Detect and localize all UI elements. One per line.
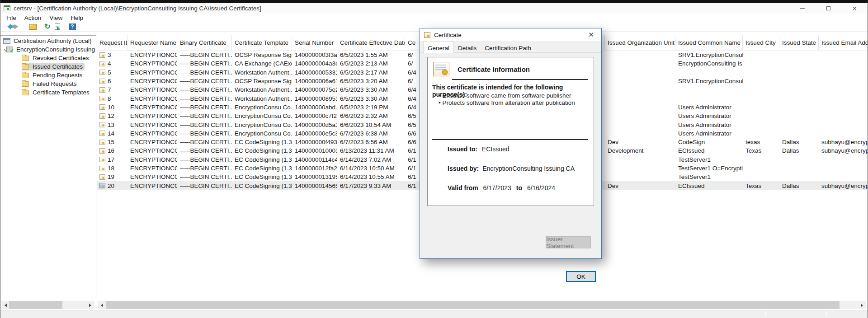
cell-request-id: 6 [97, 77, 127, 85]
tree-horizontal-scrollbar[interactable] [1, 301, 94, 309]
column-header-issued-common-name[interactable]: Issued Common Name [675, 35, 743, 50]
cell-org_unit [605, 173, 675, 181]
cell-serial: 1400000004a3c... [292, 59, 337, 68]
cell-state [779, 164, 819, 173]
tree-item-failed-requests[interactable]: Failed Requests [0, 80, 96, 88]
certificate-icon [99, 183, 105, 188]
certificate-icon [99, 140, 105, 145]
scroll-left-button[interactable] [1, 301, 9, 309]
cell-template: EC CodeSigning (1.3... [232, 146, 292, 155]
cell-requester: ENCRYPTIONCO... [127, 146, 177, 155]
cell-request-id: 12 [97, 112, 127, 120]
cell-effective: 6/5/2023 1:55 AM [337, 51, 405, 59]
cell-binary: -----BEGIN CERTI... [177, 138, 232, 146]
back-button[interactable] [3, 23, 13, 31]
tab-general[interactable]: General [423, 41, 454, 53]
column-header-serial-number[interactable]: Serial Number [292, 35, 337, 50]
cell-serial: 1400000005331... [292, 68, 337, 77]
cell-state [779, 68, 819, 77]
cell-requester: ENCRYPTIONCO... [127, 120, 177, 129]
tab-details[interactable]: Details [454, 42, 481, 53]
column-header-request-id[interactable]: Request ID [97, 35, 127, 50]
cell-requester: ENCRYPTIONCO... [127, 77, 177, 85]
cell-effective: 6/17/2023 9:33 AM [337, 181, 405, 190]
column-header-issued-email-address[interactable]: Issued Email Addre [819, 35, 868, 50]
menu-action[interactable]: Action [20, 14, 46, 21]
certificate-dialog: Certificate ✕ General Details Certificat… [420, 28, 602, 259]
cell-email [819, 77, 868, 85]
tree-item-pending-requests[interactable]: Pending Requests [0, 71, 96, 80]
minimize-button[interactable] [789, 3, 815, 14]
valid-to-date: 6/16/2024 [527, 184, 555, 192]
menu-help[interactable]: Help [66, 14, 87, 21]
certificate-info-heading: Certificate Information [458, 65, 530, 73]
cell-org_unit [605, 103, 675, 112]
cell-city [743, 155, 779, 164]
menu-view[interactable]: View [45, 14, 66, 21]
scrollbar-thumb[interactable] [106, 301, 840, 309]
cell-org_unit [605, 68, 675, 77]
list-horizontal-scrollbar[interactable] [98, 301, 866, 309]
issued-to-row: Issued to: ECIssued [448, 145, 509, 153]
help-button[interactable]: ? [67, 23, 77, 31]
close-button[interactable]: ✕ [841, 3, 868, 14]
cell-serial: 14000000075e2... [292, 85, 337, 94]
tree-item-certificate-templates[interactable]: Certificate Templates [0, 88, 96, 97]
cell-state: Dallas [779, 146, 819, 155]
dialog-body: Certificate Information This certificate… [420, 53, 601, 258]
certificate-dialog-icon [424, 32, 430, 38]
menu-file[interactable]: File [2, 14, 20, 21]
cell-serial: 14000000114c4... [292, 155, 337, 164]
export-list-button[interactable] [52, 23, 62, 31]
cell-common_name: TestServer1 [675, 173, 743, 181]
refresh-button[interactable]: ↻ [42, 23, 52, 31]
certificate-icon [99, 148, 105, 154]
tree-node-ca[interactable]: EncryptionConsulting Issuing [0, 45, 96, 54]
forward-button[interactable] [13, 23, 23, 31]
cell-serial: 140000000c7f2... [292, 112, 337, 120]
scroll-left-button[interactable] [98, 301, 105, 309]
scroll-right-button[interactable] [859, 301, 866, 309]
scroll-right-icon [861, 304, 865, 307]
scroll-right-button[interactable] [87, 301, 94, 309]
column-header-certificate-effective-date[interactable]: Certificate Effective Date [337, 35, 405, 50]
cell-state: Dallas [779, 138, 819, 146]
tab-certification-path[interactable]: Certification Path [481, 42, 535, 53]
issued-by-label: Issued by: [448, 165, 479, 172]
console-tree-icon [29, 24, 37, 30]
cell-email: subhayu@encrypt [819, 146, 868, 155]
tree-item-revoked-certificates[interactable]: Revoked Certificates [0, 54, 96, 62]
cell-request-id: 3 [97, 51, 127, 59]
certificate-icon [99, 61, 105, 66]
cell-city [743, 51, 779, 59]
tree-item-issued-certificates[interactable]: Issued Certificates [0, 62, 96, 71]
cell-binary: -----BEGIN CERTI... [177, 129, 232, 138]
toolbar-separator [40, 23, 40, 30]
cell-state: Dallas [779, 181, 819, 190]
issuer-statement-button[interactable]: Issuer Statement [546, 236, 591, 248]
cell-state [779, 120, 819, 129]
restore-button[interactable] [815, 3, 841, 14]
cell-binary: -----BEGIN CERTI... [177, 164, 232, 173]
cell-email [819, 59, 868, 68]
dialog-close-button[interactable]: ✕ [581, 28, 601, 41]
column-header-certificate-template[interactable]: Certificate Template [232, 35, 292, 50]
cell-city [743, 59, 779, 68]
cell-binary: -----BEGIN CERTI... [177, 77, 232, 85]
column-header-issued-organization-unit[interactable]: Issued Organization Unit [605, 35, 675, 50]
cell-state [779, 112, 819, 120]
tree-root-certification-authority[interactable]: Certification Authority (Local) [0, 37, 96, 45]
column-header-issued-city[interactable]: Issued City [743, 35, 779, 50]
forward-icon [14, 24, 21, 29]
status-separator [765, 311, 766, 317]
column-header-issued-state[interactable]: Issued State [779, 35, 819, 50]
cell-serial: 140000000e5c3... [292, 129, 337, 138]
ok-button[interactable]: OK [566, 271, 596, 282]
cell-email [819, 51, 868, 59]
cell-template: OCSP Response Sign... [232, 77, 292, 85]
cell-common_name: SRV1.EncryptionConsul... [675, 77, 743, 85]
show-console-tree-button[interactable] [28, 23, 38, 31]
column-header-requester-name[interactable]: Requester Name [127, 35, 177, 50]
scrollbar-thumb[interactable] [9, 301, 62, 309]
column-header-binary-certificate[interactable]: Binary Certificate [177, 35, 232, 50]
